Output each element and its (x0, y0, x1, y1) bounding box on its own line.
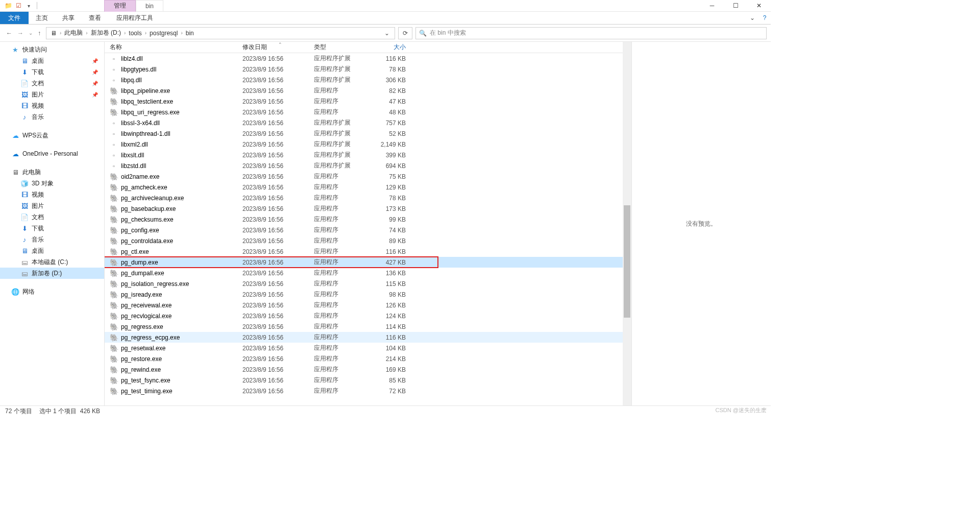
sidebar-pics2[interactable]: 🖼图片 (0, 200, 104, 211)
file-row[interactable]: 🐘pg_recvlogical.exe2023/8/9 16:56应用程序124… (105, 310, 623, 321)
sidebar-download[interactable]: ⬇下载📌 (0, 66, 104, 78)
file-row[interactable]: 🐘pg_ctl.exe2023/8/9 16:56应用程序116 KB (105, 246, 623, 257)
file-size: 306 KB (369, 77, 411, 84)
ribbon-expand-icon[interactable]: ⌄ (746, 12, 758, 24)
file-date: 2023/8/9 16:56 (237, 355, 309, 363)
file-name: pg_regress_ecpg.exe (121, 334, 180, 341)
file-row[interactable]: ▫libxslt.dll2023/8/9 16:56应用程序扩展399 KB (105, 150, 623, 160)
sidebar-music[interactable]: ♪音乐 (0, 111, 104, 123)
file-row[interactable]: 🐘pg_isolation_regress.exe2023/8/9 16:56应… (105, 278, 623, 289)
file-name: libzstd.dll (121, 162, 146, 170)
file-row[interactable]: ▫liblz4.dll2023/8/9 16:56应用程序扩展116 KB (105, 53, 623, 64)
file-row[interactable]: 🐘pg_basebackup.exe2023/8/9 16:56应用程序173 … (105, 203, 623, 214)
file-row[interactable]: 🐘pg_config.exe2023/8/9 16:56应用程序74 KB (105, 225, 623, 235)
sidebar-wps[interactable]: ☁WPS云盘 (0, 130, 104, 141)
file-row[interactable]: ▫libpgtypes.dll2023/8/9 16:56应用程序扩展78 KB (105, 64, 623, 75)
apptools-tab[interactable]: 应用程序工具 (109, 12, 160, 24)
file-row[interactable]: 🐘pg_dumpall.exe2023/8/9 16:56应用程序136 KB (105, 268, 623, 278)
sidebar-pc[interactable]: 🖥此电脑 (0, 166, 104, 178)
col-name[interactable]: 名称 (105, 43, 237, 52)
close-button[interactable]: ✕ (747, 0, 771, 12)
file-date: 2023/8/9 16:56 (237, 259, 309, 266)
home-tab[interactable]: 主页 (29, 12, 55, 24)
file-row[interactable]: 🐘pg_rewind.exe2023/8/9 16:56应用程序169 KB (105, 364, 623, 375)
file-size: 47 KB (369, 98, 411, 105)
file-size: 126 KB (369, 302, 411, 309)
scroll-thumb[interactable] (624, 205, 630, 318)
file-row[interactable]: 🐘libpq_pipeline.exe2023/8/9 16:56应用程序82 … (105, 85, 623, 96)
sidebar-download2[interactable]: ⬇下载 (0, 223, 104, 234)
col-type[interactable]: 类型 (309, 43, 369, 52)
file-row[interactable]: ▫libwinpthread-1.dll2023/8/9 16:56应用程序扩展… (105, 128, 623, 139)
file-type: 应用程序 (309, 279, 369, 288)
file-row[interactable]: ▫libzstd.dll2023/8/9 16:56应用程序扩展694 KB (105, 160, 623, 171)
file-row[interactable]: 🐘pg_controldata.exe2023/8/9 16:56应用程序89 … (105, 235, 623, 246)
breadcrumb-pc[interactable]: 此电脑 (62, 29, 85, 37)
file-row[interactable]: 🐘pg_resetwal.exe2023/8/9 16:56应用程序104 KB (105, 343, 623, 353)
search-box[interactable]: 🔍 在 bin 中搜索 (415, 27, 767, 39)
chevron-right-icon[interactable]: › (60, 30, 61, 36)
exe-icon: 🐘 (110, 258, 118, 267)
sidebar-desktop[interactable]: 🖥桌面📌 (0, 55, 104, 66)
file-row[interactable]: 🐘pg_amcheck.exe2023/8/9 16:56应用程序129 KB (105, 182, 623, 193)
chevron-right-icon[interactable]: › (86, 30, 87, 36)
maximize-button[interactable]: ☐ (724, 0, 747, 12)
file-name: pg_checksums.exe (121, 216, 174, 223)
file-row[interactable]: 🐘pg_archivecleanup.exe2023/8/9 16:56应用程序… (105, 193, 623, 203)
breadcrumb-pg[interactable]: postgresql (148, 30, 180, 37)
sidebar-network[interactable]: 🌐网络 (0, 286, 104, 297)
breadcrumb-bin[interactable]: bin (184, 30, 196, 37)
file-row[interactable]: 🐘libpq_uri_regress.exe2023/8/9 16:56应用程序… (105, 107, 623, 117)
view-tab[interactable]: 查看 (82, 12, 108, 24)
file-row[interactable]: 🐘pg_dump.exe2023/8/9 16:56应用程序427 KB (105, 257, 623, 268)
recent-dropdown-icon[interactable]: ⌄ (29, 30, 33, 36)
sidebar-3d[interactable]: 🧊3D 对象 (0, 178, 104, 189)
help-icon[interactable]: ? (758, 12, 771, 24)
sidebar-onedrive[interactable]: ☁OneDrive - Personal (0, 148, 104, 159)
sidebar-desktop2[interactable]: 🖥桌面 (0, 245, 104, 256)
file-row[interactable]: 🐘pg_receivewal.exe2023/8/9 16:56应用程序126 … (105, 300, 623, 310)
file-row[interactable]: 🐘libpq_testclient.exe2023/8/9 16:56应用程序4… (105, 96, 623, 107)
col-size[interactable]: 大小 (369, 43, 411, 52)
chevron-right-icon[interactable]: › (145, 30, 146, 36)
share-tab[interactable]: 共享 (55, 12, 82, 24)
back-button[interactable]: ← (6, 30, 12, 37)
sidebar-pics[interactable]: 🖼图片📌 (0, 89, 104, 100)
file-row[interactable]: 🐘pg_regress_ecpg.exe2023/8/9 16:56应用程序11… (105, 332, 623, 343)
address-dropdown-icon[interactable]: ⌄ (381, 30, 393, 37)
file-row[interactable]: 🐘pg_restore.exe2023/8/9 16:56应用程序214 KB (105, 353, 623, 364)
chevron-right-icon[interactable]: › (181, 30, 182, 36)
sidebar-video[interactable]: 🎞视频 (0, 100, 104, 111)
col-date[interactable]: 修改日期 (237, 43, 309, 52)
up-button[interactable]: ↑ (38, 30, 41, 37)
sidebar-disk-d[interactable]: 🖴新加卷 (D:) (0, 268, 104, 279)
file-row[interactable]: ▫libssl-3-x64.dll2023/8/9 16:56应用程序扩展757… (105, 117, 623, 128)
file-row[interactable]: 🐘pg_isready.exe2023/8/9 16:56应用程序98 KB (105, 289, 623, 300)
qat-dropdown-icon[interactable]: ▾ (24, 2, 33, 10)
sidebar-docs[interactable]: 📄文档📌 (0, 78, 104, 89)
vertical-scrollbar[interactable] (623, 42, 631, 405)
chevron-right-icon[interactable]: › (124, 30, 126, 36)
qat-checkbox-icon[interactable]: ☑ (14, 2, 22, 10)
file-type: 应用程序扩展 (309, 118, 369, 127)
sidebar-quick-access[interactable]: ★快速访问 (0, 44, 104, 55)
file-row[interactable]: ▫libpq.dll2023/8/9 16:56应用程序扩展306 KB (105, 75, 623, 85)
sidebar-docs2[interactable]: 📄文档 (0, 211, 104, 223)
breadcrumb-d[interactable]: 新加卷 (D:) (89, 29, 123, 37)
file-tab[interactable]: 文件 (0, 12, 29, 24)
manage-context-tab[interactable]: 管理 (104, 0, 136, 12)
sidebar-music2[interactable]: ♪音乐 (0, 234, 104, 245)
address-bar[interactable]: 🖥 › 此电脑 › 新加卷 (D:) › tools › postgresql … (46, 27, 395, 39)
file-row[interactable]: 🐘oid2name.exe2023/8/9 16:56应用程序75 KB (105, 171, 623, 182)
breadcrumb-tools[interactable]: tools (127, 30, 143, 37)
file-row[interactable]: 🐘pg_test_fsync.exe2023/8/9 16:56应用程序85 K… (105, 375, 623, 386)
sidebar-video2[interactable]: 🎞视频 (0, 189, 104, 200)
forward-button[interactable]: → (17, 30, 23, 37)
file-row[interactable]: 🐘pg_test_timing.exe2023/8/9 16:56应用程序72 … (105, 386, 623, 396)
file-row[interactable]: ▫libxml2.dll2023/8/9 16:56应用程序扩展2,149 KB (105, 139, 623, 150)
file-row[interactable]: 🐘pg_checksums.exe2023/8/9 16:56应用程序99 KB (105, 214, 623, 225)
file-row[interactable]: 🐘pg_regress.exe2023/8/9 16:56应用程序114 KB (105, 321, 623, 332)
refresh-button[interactable]: ⟳ (398, 27, 412, 39)
sidebar-disk-c[interactable]: 🖴本地磁盘 (C:) (0, 256, 104, 268)
minimize-button[interactable]: ─ (700, 0, 724, 12)
